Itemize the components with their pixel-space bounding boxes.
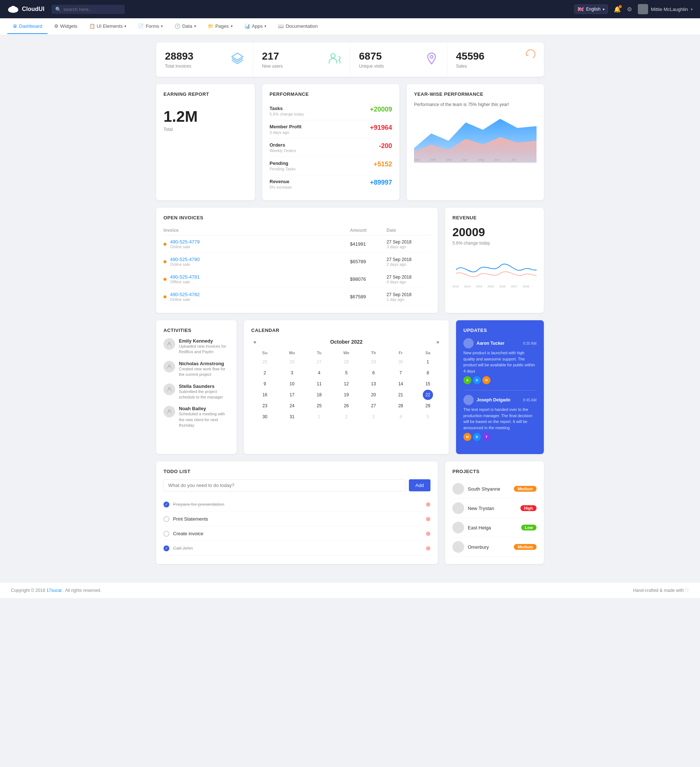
dashboard-icon: 🖥: [13, 23, 17, 29]
todo-input[interactable]: [163, 479, 406, 491]
nav-documentation[interactable]: 📖 Documentation: [273, 19, 322, 34]
calendar-next-button[interactable]: »: [434, 338, 442, 345]
update-text: The test report is handed over to the pr…: [463, 407, 537, 431]
nav-forms[interactable]: 📄 Forms ▾: [133, 19, 168, 34]
stat-number-visits: 6875: [359, 51, 384, 62]
divider: [463, 390, 537, 390]
calendar-day[interactable]: 27: [314, 357, 324, 367]
settings-icon[interactable]: ⚙: [627, 6, 632, 13]
calendar-day[interactable]: 15: [423, 379, 433, 389]
invoice-link[interactable]: 490-525-4781: [170, 274, 200, 280]
table-row: 490-525-4779 Online sale $41991 27 Sep 2…: [163, 236, 431, 253]
invoice-link[interactable]: 490-525-4782: [170, 292, 200, 297]
svg-text:2014: 2014: [476, 285, 482, 288]
notifications-icon[interactable]: 🔔: [614, 6, 621, 13]
calendar-day[interactable]: 30: [396, 357, 406, 367]
calendar-day[interactable]: 31: [287, 412, 297, 422]
language-selector[interactable]: 🇬🇧 English ▾: [574, 5, 608, 14]
calendar-day[interactable]: 27: [368, 401, 378, 411]
todo-remove-button[interactable]: ⊗: [426, 501, 431, 508]
revenue-card: REVENUE 20009 5.6% change today 2013 201…: [445, 208, 544, 313]
calendar-day[interactable]: 25: [260, 357, 270, 367]
nav-widgets[interactable]: ⚙ Widgets: [49, 19, 83, 34]
update-time: 8:45 AM: [523, 398, 537, 402]
calendar-day[interactable]: 5: [423, 412, 433, 422]
todo-remove-button[interactable]: ⊗: [426, 545, 431, 552]
calendar-day[interactable]: 18: [314, 390, 324, 400]
invoice-link[interactable]: 490-525-4780: [170, 257, 200, 262]
ui-elements-icon: 📋: [89, 23, 95, 29]
calendar-day[interactable]: 20: [368, 390, 378, 400]
perf-sub: Weekly Orders: [269, 148, 296, 153]
calendar-day[interactable]: 14: [396, 379, 406, 389]
calendar-day[interactable]: 1: [423, 357, 433, 367]
user-chevron-icon: ▾: [691, 7, 693, 11]
calendar-day[interactable]: 4: [314, 368, 324, 378]
calendar-prev-button[interactable]: «: [251, 338, 258, 345]
calendar-day[interactable]: 3: [287, 368, 297, 378]
todo-add-button[interactable]: Add: [409, 479, 431, 491]
calendar-day[interactable]: 29: [423, 401, 433, 411]
calendar-day[interactable]: 6: [368, 368, 378, 378]
search-input[interactable]: [63, 6, 115, 12]
invoice-status-dot: [163, 278, 166, 281]
search-box[interactable]: 🔍: [51, 5, 125, 14]
calendar-day[interactable]: 12: [341, 379, 351, 389]
calendar-day[interactable]: 17: [287, 390, 297, 400]
calendar-day[interactable]: 7: [396, 368, 406, 378]
calendar-day[interactable]: 10: [287, 379, 297, 389]
todo-remove-button[interactable]: ⊗: [426, 516, 431, 522]
nav-data[interactable]: 🕐 Data ▾: [169, 19, 201, 34]
calendar-day[interactable]: 25: [314, 401, 324, 411]
nav-right: 🇬🇧 English ▾ 🔔 ⚙ Mittie McLaughlin ▾: [574, 4, 693, 14]
calendar-day[interactable]: 8: [423, 368, 433, 378]
performance-row: Tasks 5.6% change today +20009: [269, 102, 392, 120]
calendar-day[interactable]: 16: [260, 390, 270, 400]
project-badge: Medium: [514, 544, 537, 550]
calendar-day[interactable]: 13: [368, 379, 378, 389]
calendar-day[interactable]: 3: [368, 412, 378, 422]
user-menu[interactable]: Mittie McLaughlin ▾: [638, 4, 693, 14]
calendar-day[interactable]: 26: [341, 401, 351, 411]
todo-checkbox[interactable]: [163, 516, 169, 522]
earning-report-card: EARNING REPORT 1.2M Total: [156, 84, 255, 201]
stat-label-users: New users: [262, 64, 283, 69]
calendar-day[interactable]: 22: [423, 390, 433, 400]
calendar-day[interactable]: 26: [287, 357, 297, 367]
widgets-icon: ⚙: [54, 23, 59, 29]
calendar-day[interactable]: 30: [260, 412, 270, 422]
avatar: [163, 406, 175, 417]
calendar-day[interactable]: 5: [341, 368, 351, 378]
update-item: Joseph Delgado 8:45 AM The test report i…: [463, 395, 537, 441]
invoice-link[interactable]: 490-525-4779: [170, 239, 200, 245]
calendar-day[interactable]: 24: [287, 401, 297, 411]
todo-checkbox[interactable]: ✓: [163, 501, 169, 508]
brand[interactable]: CloudUI: [7, 5, 44, 14]
nav-pages[interactable]: 📁 Pages ▾: [203, 19, 238, 34]
todo-checkbox[interactable]: [163, 531, 169, 537]
calendar-day[interactable]: 29: [368, 357, 378, 367]
todo-checkbox[interactable]: ✓: [163, 546, 169, 551]
calendar-day[interactable]: 28: [341, 357, 351, 367]
update-user-name: Aaron Tucker: [477, 341, 504, 346]
calendar-day[interactable]: 23: [260, 401, 270, 411]
calendar-day[interactable]: 4: [396, 412, 406, 422]
calendar-day[interactable]: 21: [396, 390, 406, 400]
calendar-day[interactable]: 1: [314, 412, 324, 422]
nav-ui-elements[interactable]: 📋 UI Elements ▾: [84, 19, 132, 34]
calendar-day[interactable]: 2: [341, 412, 351, 422]
nav-dashboard[interactable]: 🖥 Dashboard: [7, 19, 48, 34]
calendar-day[interactable]: 11: [314, 379, 324, 389]
avatar: [453, 502, 464, 514]
calendar-day[interactable]: 9: [260, 379, 270, 389]
footer-brand-link[interactable]: 17sucai: [46, 588, 61, 593]
calendar-day[interactable]: 19: [341, 390, 351, 400]
activity-name: Stella Saunders: [179, 384, 229, 389]
earning-value: 1.2M: [163, 108, 247, 126]
perf-value: -200: [379, 142, 392, 150]
todo-remove-button[interactable]: ⊗: [426, 530, 431, 537]
calendar-day[interactable]: 28: [396, 401, 406, 411]
calendar-day[interactable]: 2: [260, 368, 270, 378]
nav-apps[interactable]: 📊 Apps ▾: [239, 19, 272, 34]
list-item: Nicholas Armstrong Created new work flow…: [163, 361, 229, 378]
